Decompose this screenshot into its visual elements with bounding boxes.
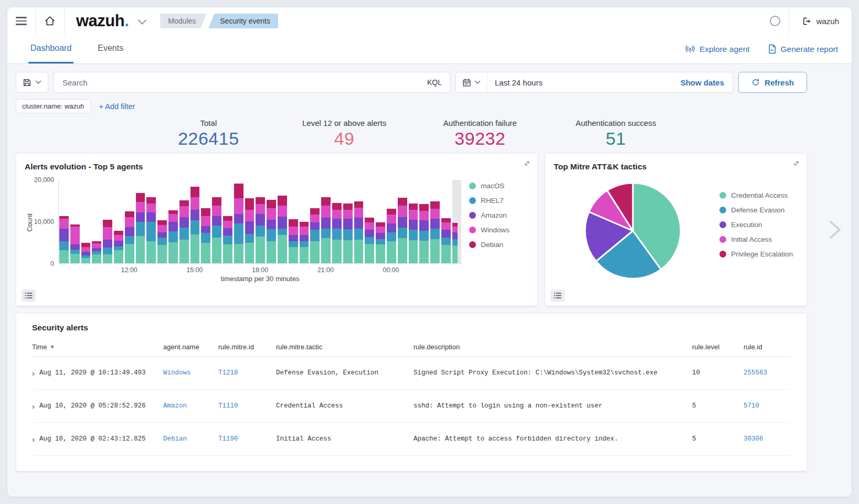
menu-hamburger-icon[interactable] [7, 7, 35, 35]
stacked-bar[interactable] [343, 203, 353, 263]
stacked-bar[interactable] [441, 218, 451, 263]
stacked-bar[interactable] [409, 203, 418, 263]
stacked-bar[interactable] [157, 220, 167, 263]
breadcrumb: Modules Security events [160, 7, 278, 35]
cell-rule-id-link[interactable]: 255563 [744, 369, 791, 377]
cell-mitre-id-link[interactable]: T1110 [218, 402, 276, 410]
stacked-bar[interactable] [190, 187, 200, 263]
stacked-bar[interactable] [267, 200, 276, 263]
stacked-bar[interactable] [289, 219, 298, 263]
stacked-bar[interactable] [430, 201, 440, 263]
legend-item[interactable]: Execution [719, 221, 793, 229]
stacked-bar[interactable] [234, 184, 243, 263]
cell-mitre-id-link[interactable]: T1218 [218, 369, 276, 377]
cell-rule-id-link[interactable]: 30306 [744, 435, 791, 443]
stacked-bar[interactable] [300, 222, 309, 263]
time-range-value[interactable]: Last 24 hours [487, 78, 672, 87]
stacked-bar[interactable] [256, 197, 265, 263]
stacked-bar[interactable] [321, 197, 331, 263]
column-header[interactable]: rule.description [413, 343, 692, 351]
column-header[interactable]: rule.level [692, 343, 744, 351]
generate-report-button[interactable]: Generate report [768, 44, 838, 54]
refresh-button[interactable]: Refresh [738, 72, 807, 93]
cell-rule-id-link[interactable]: 5710 [744, 402, 791, 410]
stacked-bar[interactable] [245, 198, 254, 263]
calendar-menu-button[interactable] [456, 72, 487, 92]
next-panels-chevron-icon[interactable] [825, 218, 845, 242]
stacked-bar[interactable] [201, 208, 210, 263]
stacked-bar[interactable] [168, 210, 178, 263]
add-filter-button[interactable]: + Add filter [99, 102, 135, 111]
stacked-bar[interactable] [398, 198, 407, 263]
stacked-bar[interactable] [92, 241, 101, 263]
stacked-bar[interactable] [81, 243, 91, 263]
panel-data-list-icon[interactable] [22, 289, 36, 302]
stacked-bar[interactable] [387, 209, 396, 263]
legend-dot [469, 227, 476, 233]
stat-metric: Total226415 [141, 115, 277, 149]
stacked-bar[interactable] [365, 218, 374, 263]
column-header-label: Time [32, 343, 47, 351]
app-switcher-chevron-icon[interactable] [135, 9, 150, 35]
legend-item[interactable]: Amazon [469, 211, 529, 219]
cell-time: ›Aug 10, 2020 @ 05:28:52.926 [32, 402, 163, 410]
panel-data-list-icon[interactable] [550, 289, 565, 302]
legend-item[interactable]: Initial Access [719, 235, 793, 243]
stacked-bar[interactable] [223, 216, 232, 263]
expand-panel-icon[interactable] [792, 159, 800, 167]
column-header[interactable]: rule.id [744, 343, 791, 351]
legend-item[interactable]: macOS [469, 182, 529, 190]
cell-mitre-id-link[interactable]: T1190 [218, 435, 276, 443]
row-expand-chevron-icon[interactable]: › [32, 435, 35, 443]
row-expand-chevron-icon[interactable]: › [32, 402, 35, 410]
stacked-bar[interactable] [419, 204, 429, 263]
legend-item[interactable]: Debian [469, 241, 529, 249]
legend-item[interactable]: Credential Access [719, 191, 793, 199]
legend-item[interactable]: Privilege Escalation [719, 250, 793, 258]
column-header[interactable]: agent.name [163, 343, 218, 351]
column-header[interactable]: rule.mitre.id [218, 343, 276, 351]
legend-item[interactable]: RHEL7 [469, 197, 529, 205]
stacked-bar[interactable] [103, 220, 112, 263]
stacked-bar[interactable] [452, 223, 458, 263]
stacked-bar[interactable] [146, 197, 156, 263]
stacked-bar[interactable] [376, 222, 385, 263]
row-expand-chevron-icon[interactable]: › [32, 369, 35, 377]
bar-slot [256, 180, 265, 263]
stacked-bar[interactable] [70, 224, 80, 263]
show-dates-button[interactable]: Show dates [672, 78, 733, 87]
legend-item[interactable]: Windows [469, 226, 529, 234]
legend-item[interactable]: Defense Evasion [719, 206, 793, 214]
cell-agent-name-link[interactable]: Debian [163, 435, 218, 443]
stacked-bar[interactable] [310, 208, 320, 263]
search-input[interactable] [54, 78, 419, 87]
bar-slot [223, 180, 232, 263]
explore-agent-button[interactable]: Explore agent [685, 45, 750, 54]
column-header[interactable]: Time▼ [32, 343, 163, 351]
spaces-ring-icon[interactable] [761, 7, 789, 35]
saved-query-button[interactable] [16, 72, 48, 93]
tab-events[interactable]: Events [96, 35, 125, 63]
stat-label: Authentication success [548, 119, 684, 127]
home-icon[interactable] [36, 7, 64, 35]
stacked-bar[interactable] [179, 200, 189, 263]
stacked-bar[interactable] [354, 201, 364, 263]
user-menu[interactable]: wazuh [789, 7, 852, 35]
cell-rule-level: 5 [692, 435, 744, 443]
filter-pill-cluster-name[interactable]: cluster.name: wazuh [16, 99, 91, 113]
kql-toggle-button[interactable]: KQL [419, 78, 450, 87]
cell-agent-name-link[interactable]: Amazon [163, 402, 218, 410]
expand-panel-icon[interactable] [523, 159, 531, 167]
stacked-bar[interactable] [125, 211, 134, 263]
breadcrumb-modules[interactable]: Modules [160, 14, 206, 28]
column-header[interactable]: rule.mitre.tactic [276, 343, 413, 351]
stacked-bar[interactable] [59, 216, 69, 263]
bar-slot [136, 180, 145, 263]
stacked-bar[interactable] [136, 193, 145, 263]
stacked-bar[interactable] [278, 196, 287, 263]
cell-agent-name-link[interactable]: Windows [163, 369, 218, 377]
tab-dashboard[interactable]: Dashboard [28, 35, 73, 63]
stacked-bar[interactable] [332, 203, 342, 263]
stacked-bar[interactable] [212, 197, 221, 263]
stacked-bar[interactable] [114, 231, 123, 263]
